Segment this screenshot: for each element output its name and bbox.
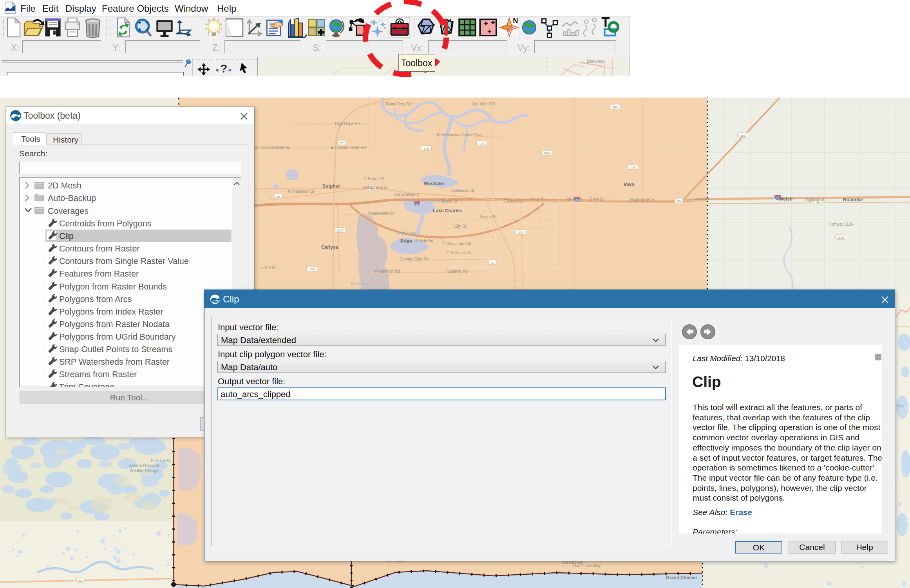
svg-text:10: 10	[416, 203, 419, 206]
svg-text:Westlake: Westlake	[424, 181, 444, 186]
svg-text:Trim Coverage: Trim Coverage	[59, 382, 114, 387]
svg-text:Auto-Backup: Auto-Backup	[48, 194, 96, 203]
svg-text:Highway 1126: Highway 1126	[829, 222, 853, 226]
svg-text:Old Spanish Tr: Old Spanish Tr	[394, 192, 420, 197]
svg-text:Lake Charles: Lake Charles	[425, 199, 449, 204]
svg-text:Highway 90: Highway 90	[805, 197, 826, 202]
svg-text:Prien: Prien	[400, 239, 412, 244]
svg-text:Polygons from UGrid Boundary: Polygons from UGrid Boundary	[59, 332, 176, 342]
svg-text:Snap Outlet Points to Streams: Snap Outlet Points to Streams	[59, 345, 172, 354]
svg-text:Contours from Raster: Contours from Raster	[59, 244, 140, 253]
svg-text:Sam Houston Jones Pkwy: Sam Houston Jones Pkwy	[437, 133, 483, 137]
svg-text:397: 397	[519, 231, 524, 234]
svg-text:Bay: Bay	[897, 403, 905, 408]
svg-text:W 4th St: W 4th St	[567, 197, 583, 201]
svg-text:E Houston River Rd: E Houston River Rd	[331, 145, 365, 150]
svg-text:Dunn Ferry Rd: Dunn Ferry Rd	[386, 102, 412, 106]
svg-text:Features from Raster: Features from Raster	[59, 269, 139, 279]
svg-text:Legion St: Legion St	[480, 215, 496, 219]
svg-text:Grand Chenier: Grand Chenier	[666, 575, 697, 580]
svg-text:90: 90	[277, 195, 280, 199]
svg-text:Centroids from Polygons: Centroids from Polygons	[59, 219, 151, 228]
svg-text:Streams from Raster: Streams from Raster	[59, 370, 137, 379]
svg-text:Maplewood Dr: Maplewood Dr	[368, 211, 394, 215]
svg-text:Gauthier Rd: Gauthier Rd	[447, 269, 468, 273]
svg-text:27: 27	[340, 141, 344, 145]
svg-text:Lake Charles: Lake Charles	[433, 208, 462, 213]
svg-text:W Houston River Rd: W Houston River Rd	[255, 145, 290, 150]
svg-text:1096: 1096	[543, 152, 550, 155]
svg-text:82: 82	[79, 579, 82, 583]
svg-text:Lacassine: Lacassine	[693, 197, 710, 201]
svg-text:108: 108	[309, 268, 315, 271]
svg-text:W Napoleon St: W Napoleon St	[288, 189, 314, 194]
svg-text:Wildlife Refuge: Wildlife Refuge	[130, 468, 159, 473]
svg-text:Highway 90 E: Highway 90 E	[630, 197, 654, 202]
svg-text:La-108 W: La-108 W	[259, 266, 276, 270]
svg-text:14: 14	[491, 261, 495, 264]
svg-text:1138: 1138	[837, 236, 844, 239]
svg-text:Dequincy: Dequincy	[587, 59, 604, 63]
svg-text:Prien Lake: Prien Lake	[396, 231, 416, 235]
svg-text:E McNeese St: E McNeese St	[447, 251, 472, 255]
svg-text:S Napoleon St: S Napoleon St	[362, 185, 388, 190]
svg-text:Polygon from Raster Bounds: Polygon from Raster Bounds	[59, 282, 167, 291]
svg-text:Iowa: Iowa	[624, 182, 634, 187]
svg-text:90: 90	[677, 199, 681, 203]
svg-text:Oak Grove Hwy: Oak Grove Hwy	[573, 564, 601, 568]
svg-text:E Burton St: E Burton St	[364, 177, 384, 181]
svg-text:Joe Miller Rd: Joe Miller Rd	[472, 102, 495, 106]
svg-text:Country Club Rd: Country Club Rd	[400, 257, 429, 261]
svg-text:E 4th St: E 4th St	[590, 197, 604, 201]
svg-text:165: 165	[740, 134, 745, 138]
svg-text:Clip: Clip	[59, 232, 74, 241]
svg-text:Polygons from Arcs: Polygons from Arcs	[59, 295, 132, 304]
svg-text:E Prien Lake Rd: E Prien Lake Rd	[443, 242, 471, 246]
svg-text:Contours from Single Raster Va: Contours from Single Raster Value	[59, 257, 189, 266]
svg-text:Roanoke: Roanoke	[843, 197, 863, 203]
svg-text:Five Lakes: Five Lakes	[151, 458, 171, 463]
svg-text:Polygons from Index Raster: Polygons from Index Raster	[59, 307, 163, 317]
svg-text:SRP Watersheds from Raster: SRP Watersheds from Raster	[59, 357, 170, 367]
svg-text:E Broad St: E Broad St	[503, 199, 523, 203]
svg-text:W Side Rd: W Side Rd	[414, 239, 433, 243]
svg-text:101: 101	[630, 166, 635, 169]
svg-text:N: N	[513, 16, 518, 25]
svg-text:High Hope Rd: High Hope Rd	[335, 121, 360, 126]
svg-text:Sulphur: Sulphur	[322, 183, 340, 189]
svg-text:12th St: 12th St	[454, 224, 466, 228]
svg-text:W Gauthier Rd: W Gauthier Rd	[374, 269, 400, 273]
svg-text:Opelousas St: Opelousas St	[450, 188, 474, 193]
svg-text:Sabine National: Sabine National	[128, 463, 159, 468]
svg-text:383: 383	[612, 105, 618, 109]
svg-text:Welsh: Welsh	[779, 196, 792, 202]
svg-text:?: ?	[220, 62, 227, 75]
svg-text:2D Mesh: 2D Mesh	[48, 181, 81, 190]
svg-text:171: 171	[479, 142, 485, 146]
svg-text:Carlyss: Carlyss	[321, 244, 338, 250]
svg-text:Polygons from Raster Nodata: Polygons from Raster Nodata	[59, 320, 170, 329]
svg-text:379: 379	[423, 147, 429, 150]
svg-text:Moss Lake: Moss Lake	[351, 281, 371, 286]
svg-text:3077: 3077	[337, 229, 344, 232]
svg-text:Fruge St: Fruge St	[530, 197, 545, 201]
svg-text:Coverages: Coverages	[48, 206, 89, 216]
